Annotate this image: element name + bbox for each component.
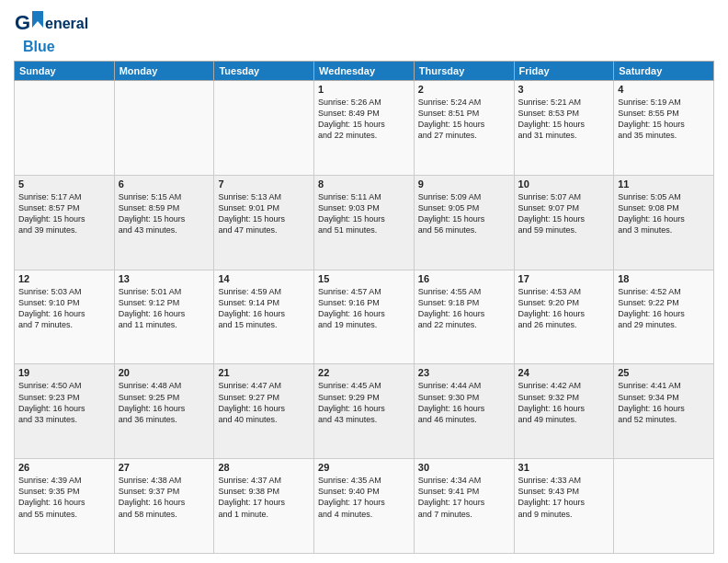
day-cell-24: 24Sunrise: 4:42 AM Sunset: 9:32 PM Dayli…: [514, 364, 614, 459]
logo-general-text: eneral: [45, 16, 88, 32]
day-number: 19: [18, 367, 110, 378]
day-cell-25: 25Sunrise: 4:41 AM Sunset: 9:34 PM Dayli…: [614, 364, 714, 459]
day-number: 5: [18, 178, 110, 190]
day-info: Sunrise: 4:53 AM Sunset: 9:20 PM Dayligh…: [518, 286, 610, 331]
day-info: Sunrise: 4:38 AM Sunset: 9:37 PM Dayligh…: [119, 475, 210, 520]
empty-cell: [214, 81, 314, 176]
day-info: Sunrise: 4:42 AM Sunset: 9:32 PM Dayligh…: [518, 380, 610, 425]
day-info: Sunrise: 4:35 AM Sunset: 9:40 PM Dayligh…: [318, 475, 410, 520]
day-number: 9: [418, 178, 510, 190]
day-header-saturday: Saturday: [614, 62, 714, 81]
day-number: 8: [318, 178, 410, 190]
day-number: 29: [318, 462, 410, 473]
day-number: 18: [618, 273, 710, 284]
day-cell-14: 14Sunrise: 4:59 AM Sunset: 9:14 PM Dayli…: [214, 270, 314, 364]
day-number: 28: [218, 462, 310, 473]
day-cell-31: 31Sunrise: 4:33 AM Sunset: 9:43 PM Dayli…: [514, 459, 614, 554]
day-cell-5: 5Sunrise: 5:17 AM Sunset: 8:57 PM Daylig…: [15, 175, 115, 270]
day-number: 26: [18, 462, 110, 473]
day-number: 23: [418, 367, 510, 378]
day-info: Sunrise: 4:37 AM Sunset: 9:38 PM Dayligh…: [218, 475, 310, 520]
week-row-2: 12Sunrise: 5:03 AM Sunset: 9:10 PM Dayli…: [15, 270, 714, 364]
page: G eneral Blue SundayMondayTuesdayWednesd…: [0, 0, 728, 563]
day-number: 14: [218, 273, 310, 284]
day-number: 20: [119, 367, 210, 378]
day-number: 4: [618, 84, 710, 95]
day-number: 22: [318, 367, 410, 378]
day-cell-12: 12Sunrise: 5:03 AM Sunset: 9:10 PM Dayli…: [15, 270, 115, 364]
day-number: 27: [119, 462, 210, 473]
day-info: Sunrise: 4:34 AM Sunset: 9:41 PM Dayligh…: [418, 475, 510, 520]
day-info: Sunrise: 4:48 AM Sunset: 9:25 PM Dayligh…: [119, 380, 210, 425]
day-info: Sunrise: 4:33 AM Sunset: 9:43 PM Dayligh…: [518, 475, 610, 520]
day-cell-11: 11Sunrise: 5:05 AM Sunset: 9:08 PM Dayli…: [614, 175, 714, 270]
day-cell-2: 2Sunrise: 5:24 AM Sunset: 8:51 PM Daylig…: [414, 81, 514, 176]
day-number: 1: [318, 84, 410, 95]
day-info: Sunrise: 5:09 AM Sunset: 9:05 PM Dayligh…: [418, 191, 510, 236]
day-number: 30: [418, 462, 510, 473]
day-cell-30: 30Sunrise: 4:34 AM Sunset: 9:41 PM Dayli…: [414, 459, 514, 554]
week-row-0: 1Sunrise: 5:26 AM Sunset: 8:49 PM Daylig…: [15, 81, 714, 176]
day-info: Sunrise: 5:24 AM Sunset: 8:51 PM Dayligh…: [418, 97, 510, 142]
day-number: 3: [518, 84, 610, 95]
svg-text:G: G: [15, 11, 30, 34]
day-cell-6: 6Sunrise: 5:15 AM Sunset: 8:59 PM Daylig…: [114, 175, 214, 270]
day-header-monday: Monday: [114, 62, 214, 81]
svg-marker-1: [32, 11, 43, 28]
header: G eneral Blue: [14, 9, 714, 55]
day-number: 12: [18, 273, 110, 284]
day-info: Sunrise: 5:11 AM Sunset: 9:03 PM Dayligh…: [318, 191, 410, 236]
day-cell-28: 28Sunrise: 4:37 AM Sunset: 9:38 PM Dayli…: [214, 459, 314, 554]
calendar-table: SundayMondayTuesdayWednesdayThursdayFrid…: [14, 61, 714, 554]
day-cell-4: 4Sunrise: 5:19 AM Sunset: 8:55 PM Daylig…: [614, 81, 714, 176]
day-number: 7: [218, 178, 310, 190]
day-info: Sunrise: 4:41 AM Sunset: 9:34 PM Dayligh…: [618, 380, 710, 425]
day-number: 21: [218, 367, 310, 378]
empty-cell: [15, 81, 115, 176]
day-number: 31: [518, 462, 610, 473]
day-header-tuesday: Tuesday: [214, 62, 314, 81]
empty-cell: [614, 459, 714, 554]
day-info: Sunrise: 5:13 AM Sunset: 9:01 PM Dayligh…: [218, 191, 310, 236]
day-info: Sunrise: 5:26 AM Sunset: 8:49 PM Dayligh…: [318, 97, 410, 142]
day-cell-9: 9Sunrise: 5:09 AM Sunset: 9:05 PM Daylig…: [414, 175, 514, 270]
day-number: 11: [618, 178, 710, 190]
day-number: 25: [618, 367, 710, 378]
day-header-sunday: Sunday: [15, 62, 115, 81]
day-cell-20: 20Sunrise: 4:48 AM Sunset: 9:25 PM Dayli…: [114, 364, 214, 459]
day-info: Sunrise: 5:03 AM Sunset: 9:10 PM Dayligh…: [18, 286, 110, 331]
day-info: Sunrise: 4:59 AM Sunset: 9:14 PM Dayligh…: [218, 286, 310, 331]
day-info: Sunrise: 4:44 AM Sunset: 9:30 PM Dayligh…: [418, 380, 510, 425]
day-info: Sunrise: 4:45 AM Sunset: 9:29 PM Dayligh…: [318, 380, 410, 425]
day-info: Sunrise: 4:47 AM Sunset: 9:27 PM Dayligh…: [218, 380, 310, 425]
day-cell-29: 29Sunrise: 4:35 AM Sunset: 9:40 PM Dayli…: [314, 459, 415, 554]
day-cell-21: 21Sunrise: 4:47 AM Sunset: 9:27 PM Dayli…: [214, 364, 314, 459]
day-cell-22: 22Sunrise: 4:45 AM Sunset: 9:29 PM Dayli…: [314, 364, 415, 459]
day-cell-16: 16Sunrise: 4:55 AM Sunset: 9:18 PM Dayli…: [414, 270, 514, 364]
day-cell-15: 15Sunrise: 4:57 AM Sunset: 9:16 PM Dayli…: [314, 270, 415, 364]
day-info: Sunrise: 5:19 AM Sunset: 8:55 PM Dayligh…: [618, 97, 710, 142]
day-cell-1: 1Sunrise: 5:26 AM Sunset: 8:49 PM Daylig…: [314, 81, 415, 176]
day-cell-18: 18Sunrise: 4:52 AM Sunset: 9:22 PM Dayli…: [614, 270, 714, 364]
logo-blue-text: Blue: [23, 39, 55, 55]
day-number: 15: [318, 273, 410, 284]
logo: G eneral Blue: [14, 9, 88, 55]
day-cell-8: 8Sunrise: 5:11 AM Sunset: 9:03 PM Daylig…: [314, 175, 415, 270]
day-info: Sunrise: 4:55 AM Sunset: 9:18 PM Dayligh…: [418, 286, 510, 331]
day-cell-7: 7Sunrise: 5:13 AM Sunset: 9:01 PM Daylig…: [214, 175, 314, 270]
day-number: 13: [119, 273, 210, 284]
logo-svg: G: [14, 9, 43, 39]
day-cell-10: 10Sunrise: 5:07 AM Sunset: 9:07 PM Dayli…: [514, 175, 614, 270]
week-row-1: 5Sunrise: 5:17 AM Sunset: 8:57 PM Daylig…: [15, 175, 714, 270]
empty-cell: [114, 81, 214, 176]
day-info: Sunrise: 5:01 AM Sunset: 9:12 PM Dayligh…: [119, 286, 210, 331]
day-cell-26: 26Sunrise: 4:39 AM Sunset: 9:35 PM Dayli…: [15, 459, 115, 554]
day-cell-13: 13Sunrise: 5:01 AM Sunset: 9:12 PM Dayli…: [114, 270, 214, 364]
week-row-3: 19Sunrise: 4:50 AM Sunset: 9:23 PM Dayli…: [15, 364, 714, 459]
day-header-friday: Friday: [514, 62, 614, 81]
day-info: Sunrise: 5:15 AM Sunset: 8:59 PM Dayligh…: [119, 191, 210, 236]
day-cell-3: 3Sunrise: 5:21 AM Sunset: 8:53 PM Daylig…: [514, 81, 614, 176]
day-number: 10: [518, 178, 610, 190]
day-header-thursday: Thursday: [414, 62, 514, 81]
day-number: 2: [418, 84, 510, 95]
